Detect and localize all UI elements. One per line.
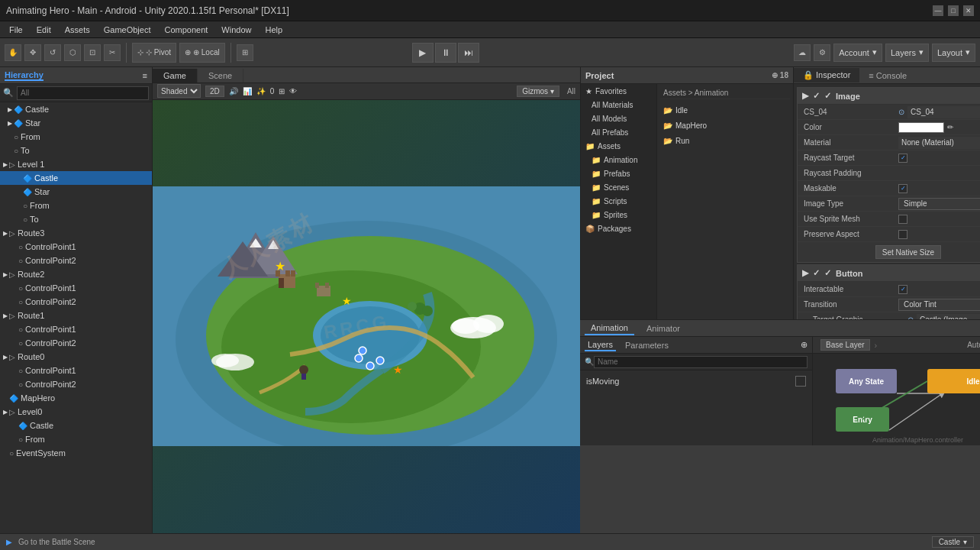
gizmos-btn[interactable]: Gizmos ▾ [517,86,559,97]
button-section-header[interactable]: ▶ ✓ ✓ Button ? ⚙ ⋮ [798,265,980,282]
tree-item-cp2-r3[interactable]: ○ ControlPoint2 [0,254,152,267]
step-btn[interactable]: ⏭ [458,43,479,63]
layers-tab[interactable]: Layers [585,339,616,351]
close-btn[interactable]: ✕ [963,5,974,16]
favorites-header[interactable]: ★ Favorites [581,84,656,98]
maskable-checkbox[interactable]: ✓ [898,184,907,193]
menu-edit[interactable]: Edit [31,24,57,36]
hierarchy-menu-icon[interactable]: ≡ [143,71,147,80]
tree-item-from2[interactable]: ○ From [0,199,152,212]
tree-item-level1[interactable]: ▶ ▷ Level 1 [0,157,152,171]
scripts-folder[interactable]: 📁 Scripts [581,194,656,208]
hierarchy-search-input[interactable] [17,86,149,100]
console-tab[interactable]: ≡ Console [859,69,916,82]
tree-item-cp1-r3[interactable]: ○ ControlPoint1 [0,240,152,254]
menu-file[interactable]: File [3,24,29,36]
set-native-size-btn[interactable]: Set Native Size [875,245,941,259]
menu-assets[interactable]: Assets [59,24,96,36]
sprite-mesh-checkbox[interactable] [898,215,907,224]
animation-tab[interactable]: Animation [585,322,634,335]
maximize-btn[interactable]: □ [948,5,959,16]
local-btn[interactable]: ⊕ ⊕ Local [179,43,225,63]
tree-item-star2[interactable]: 🔷 Star [0,185,152,199]
all-materials-item[interactable]: All Materials [581,98,656,112]
animator-canvas[interactable]: Any State Entry Idle Run [813,354,980,445]
tree-item-castle2[interactable]: 🔷 Castle [0,171,152,185]
animation-folder[interactable]: 📁 Animation [581,153,656,167]
image-type-dropdown[interactable]: Simple Sliced Tiled Filled [898,198,980,210]
layers-dropdown[interactable]: Layers ▾ [885,44,929,62]
castle-badge[interactable]: Castle ▾ [932,536,974,548]
tree-item-to1[interactable]: ○ To [0,144,152,157]
shading-dropdown[interactable]: Shaded [157,84,201,98]
preserve-checkbox[interactable] [898,230,907,239]
tree-item-to2[interactable]: ○ To [0,212,152,226]
component-toggle[interactable]: ▶ [802,91,808,101]
mode-2d[interactable]: 2D [205,86,224,97]
entry-node[interactable]: Entry [836,407,889,432]
window-controls[interactable]: — □ ✕ [933,5,974,16]
color-picker[interactable] [898,122,944,133]
tree-item-castle-l0[interactable]: 🔷 Castle [0,419,152,432]
play-btn[interactable]: ▶ [412,43,434,63]
param-checkbox[interactable] [795,376,806,387]
tree-item-cp2-r0[interactable]: ○ ControlPoint2 [0,377,152,391]
add-param-btn[interactable]: ⊕ [801,340,808,350]
project-icon[interactable]: ⊕ 18 [772,71,788,79]
toolbar-rotate[interactable]: ↺ [44,44,61,61]
audio-icon[interactable]: 🔊 [229,87,238,95]
tree-item-route1[interactable]: ▶ ▷ Route1 [0,309,152,322]
tab-game[interactable]: Game [153,69,198,82]
eye-icon[interactable]: 👁 [289,87,297,95]
pause-btn[interactable]: ⏸ [435,43,456,63]
tree-item-level0[interactable]: ▶ ▷ Level0 [0,405,152,419]
animator-tab[interactable]: Animator [640,322,686,335]
grid-icon2[interactable]: ⊞ [279,87,285,95]
idle-node[interactable]: Idle [927,369,980,393]
layout-dropdown[interactable]: Layout ▾ [932,44,975,62]
tree-item-eventsystem[interactable]: ○ EventSystem [0,446,152,460]
tree-item-castle1[interactable]: ▶ 🔷 Castle [0,102,152,116]
stats-icon[interactable]: 📊 [243,87,252,95]
menu-gameobject[interactable]: GameObject [98,24,157,36]
fx-icon[interactable]: ✨ [256,87,266,95]
prefabs-folder[interactable]: 📁 Prefabs [581,167,656,180]
menu-help[interactable]: Help [259,24,289,36]
cloud-icon[interactable]: ☁ [794,44,811,61]
menu-component[interactable]: Component [158,24,214,36]
assets-header[interactable]: 📁 Assets [581,139,656,153]
tree-item-route0[interactable]: ▶ ▷ Route0 [0,350,152,364]
inspector-tab[interactable]: 🔒 Inspector [794,68,859,82]
packages-header[interactable]: 📦 Packages [581,222,656,235]
tree-item-route3[interactable]: ▶ ▷ Route3 [0,226,152,240]
tree-item-from-l0[interactable]: ○ From [0,432,152,446]
tree-item-cp2-r2[interactable]: ○ ControlPoint2 [0,295,152,309]
game-viewport[interactable]: ★ ★ ★ 人人素材 RRCG [153,100,580,533]
tree-item-cp1-r2[interactable]: ○ ControlPoint1 [0,281,152,295]
tree-item-cp1-r1[interactable]: ○ ControlPoint1 [0,322,152,336]
any-state-node[interactable]: Any State [836,369,897,393]
tree-item-maphero[interactable]: 🔷 MapHero [0,391,152,405]
idle-folder[interactable]: 📂 Idle [660,102,790,118]
component-toggle2[interactable]: ▶ [802,268,808,278]
image-section-header[interactable]: ▶ ✓ ✓ Image ? ⚙ ⋮ [798,88,980,105]
settings-icon[interactable]: ⚙ [814,44,830,61]
all-prefabs-item[interactable]: All Prefabs [581,125,656,139]
parameters-tab[interactable]: Parameters [622,340,672,351]
toolbar-rect[interactable]: ⊡ [84,44,101,61]
tree-item-route2[interactable]: ▶ ▷ Route2 [0,267,152,281]
auto-live-link[interactable]: Auto Live Link [967,341,980,349]
source-image-value[interactable]: CS_04 [907,106,980,118]
run-folder[interactable]: 📂 Run [660,133,790,148]
minimize-btn[interactable]: — [933,5,943,16]
tab-scene[interactable]: Scene [198,69,243,82]
tree-item-cp2-r1[interactable]: ○ ControlPoint2 [0,336,152,350]
scenes-folder[interactable]: 📁 Scenes [581,180,656,194]
pivot-btn[interactable]: ⊹ ⊹ Pivot [132,43,176,63]
menu-window[interactable]: Window [215,24,257,36]
grid-btn[interactable]: ⊞ [237,44,253,61]
account-dropdown[interactable]: Account ▾ [833,44,882,62]
toolbar-transform[interactable]: ✂ [104,44,121,61]
toolbar-hand[interactable]: ✋ [5,44,21,61]
target-graphic-value[interactable]: Castle (Image [917,314,980,320]
